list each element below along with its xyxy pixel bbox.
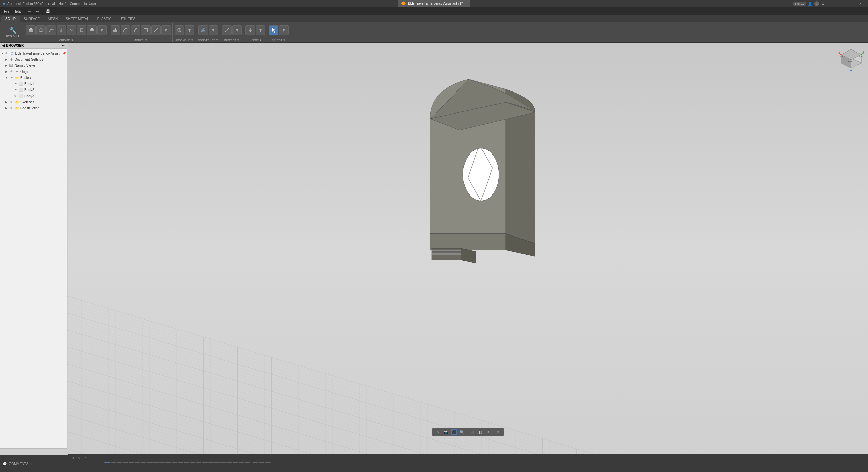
- tree-item-origin[interactable]: ▶ 👁 ✛ Origin: [0, 68, 67, 75]
- tree-item-root[interactable]: ▼ 👁 ⬡ BLE Travel Emergency Assist... 📌: [0, 50, 67, 56]
- title-bar-left: A Autodesk Fusion 360 (Personal – Not fo…: [3, 2, 96, 6]
- vpc-more[interactable]: ⚙: [495, 429, 501, 435]
- nav-forward[interactable]: ▷: [76, 455, 82, 461]
- toolbar-design-section: 🔧 DESIGN ▼: [3, 23, 24, 42]
- select-btn-more[interactable]: ▾: [279, 25, 289, 35]
- assemble-btn-more[interactable]: ▾: [185, 25, 194, 35]
- tree-item-sketches[interactable]: ▶ 👁 📁 Sketches: [0, 99, 67, 105]
- create-btn-extrude[interactable]: [26, 25, 36, 35]
- comments-add[interactable]: +: [31, 462, 33, 466]
- maximize-button[interactable]: □: [845, 0, 855, 7]
- create-btn-revolve[interactable]: [36, 25, 46, 35]
- modify-btn-scale[interactable]: [151, 25, 161, 35]
- tab-mesh[interactable]: MESH: [44, 16, 62, 22]
- eye-icon-sketches[interactable]: 👁: [9, 100, 14, 104]
- modify-btn-fillet[interactable]: [121, 25, 130, 35]
- tree-item-bodies[interactable]: ▼ 👁 📁 Bodies: [0, 75, 67, 81]
- eye-icon-body2[interactable]: 👁: [13, 87, 18, 92]
- tab-sheet-metal[interactable]: SHEET METAL: [62, 16, 93, 22]
- select-btn-select[interactable]: [269, 25, 278, 35]
- create-btn-loft[interactable]: [57, 25, 66, 35]
- svg-marker-34: [430, 233, 506, 250]
- modify-btn-shell[interactable]: [141, 25, 151, 35]
- vpc-nav-home[interactable]: ⌂: [434, 429, 441, 435]
- close-button[interactable]: ×: [855, 0, 865, 7]
- 3d-model: [395, 60, 557, 270]
- svg-rect-37: [432, 250, 461, 252]
- help-icon[interactable]: ?: [814, 1, 819, 6]
- construct-btn-more[interactable]: ▾: [209, 25, 218, 35]
- window-controls[interactable]: — □ ×: [835, 0, 865, 7]
- browser-settings-icon[interactable]: ⋯: [62, 44, 65, 47]
- minimize-button[interactable]: —: [835, 0, 845, 7]
- create-btn-sweep[interactable]: [46, 25, 56, 35]
- nav-back[interactable]: ◁: [69, 455, 75, 461]
- menu-undo[interactable]: ↩: [25, 9, 33, 14]
- toolbar-insert-section: ▾ INSERT ▼: [244, 23, 267, 42]
- tree-item-doc-settings[interactable]: ▶ ⚙ Document Settings: [0, 56, 67, 62]
- vpc-display-mode[interactable]: ⬛: [451, 429, 457, 435]
- inspect-btn-measure[interactable]: [222, 25, 232, 35]
- create-btn-hole[interactable]: [67, 25, 76, 35]
- body-icon-body3: ⬜: [19, 94, 23, 98]
- svg-marker-45: [850, 70, 852, 72]
- comments-icon: 💬: [3, 462, 7, 466]
- browser-collapse-icon[interactable]: ◀: [2, 44, 5, 47]
- assemble-btn-joint[interactable]: [175, 25, 184, 35]
- tree-item-body2[interactable]: ▶ 👁 ⬜ Body2: [0, 87, 67, 93]
- design-dropdown[interactable]: 🔧 DESIGN ▼: [4, 26, 22, 38]
- nav-bottom-bar: ◁ ▷ ⌂: [68, 454, 868, 462]
- menu-save[interactable]: 💾: [43, 9, 53, 14]
- vpc-environment[interactable]: ☀: [485, 429, 492, 435]
- modify-btn-more[interactable]: ▾: [161, 25, 171, 35]
- browser-title: BROWSER: [6, 44, 24, 47]
- tree-label-doc-settings: Document Settings: [15, 58, 43, 61]
- svg-rect-13: [144, 28, 147, 32]
- create-btn-thread[interactable]: [77, 25, 86, 35]
- eye-icon-bodies[interactable]: 👁: [9, 75, 14, 80]
- vpc-appearance[interactable]: ◧: [477, 429, 484, 435]
- menu-edit[interactable]: Edit: [12, 9, 23, 14]
- create-btn-box[interactable]: [87, 25, 97, 35]
- folder-icon-bodies: 📁: [15, 75, 19, 80]
- menu-redo[interactable]: ↪: [33, 9, 41, 14]
- menu-file[interactable]: File: [1, 9, 12, 14]
- eye-icon-root[interactable]: 👁: [4, 51, 9, 56]
- modify-btn-press-pull[interactable]: [111, 25, 120, 35]
- eye-icon-body1[interactable]: 👁: [13, 81, 18, 86]
- body-icon-body2: ⬜: [19, 87, 23, 92]
- viewcube[interactable]: TOP FRONT RIGHT: [837, 46, 865, 73]
- viewport: TOP FRONT RIGHT ⌂ 📷 ⬛ 🔍 ⊞ ◧ ☀ ⚙: [68, 43, 868, 455]
- user-icon[interactable]: 👤: [808, 2, 812, 6]
- settings-icon[interactable]: ⚙: [821, 2, 825, 6]
- eye-icon-body3[interactable]: 👁: [13, 94, 18, 98]
- create-btn-more[interactable]: ▾: [97, 25, 107, 35]
- vpc-camera[interactable]: 📷: [442, 429, 449, 435]
- eye-icon-construction[interactable]: 👁: [9, 106, 14, 110]
- svg-marker-21: [201, 28, 205, 30]
- tab-surface[interactable]: SURFACE: [20, 16, 44, 22]
- assemble-label: ASSEMBLE ▼: [175, 39, 193, 42]
- vpc-zoom[interactable]: 🔍: [459, 429, 466, 435]
- insert-btn-more[interactable]: ▾: [256, 25, 265, 35]
- viewport-controls[interactable]: ⌂ 📷 ⬛ 🔍 ⊞ ◧ ☀ ⚙: [432, 428, 504, 436]
- document-tab[interactable]: 🔶 BLE Travel Emergency Assistant v1* ×: [398, 0, 470, 7]
- modify-btn-chamfer[interactable]: [131, 25, 140, 35]
- insert-btn-insert[interactable]: [245, 25, 255, 35]
- tree-item-construction[interactable]: ▶ 👁 📁 Construction: [0, 105, 67, 111]
- tree-pin-icon[interactable]: 📌: [62, 52, 66, 55]
- inspect-btn-more[interactable]: ▾: [232, 25, 242, 35]
- doc-tab-close-button[interactable]: ×: [465, 2, 467, 5]
- eye-icon-origin[interactable]: 👁: [9, 69, 14, 74]
- origin-icon-tree: ✛: [15, 69, 19, 74]
- tree-item-named-views[interactable]: ▶ 🎞 Named Views: [0, 62, 67, 68]
- nav-home[interactable]: ⌂: [83, 455, 89, 461]
- construct-btn-plane[interactable]: [198, 25, 208, 35]
- tree-item-body3[interactable]: ▶ 👁 ⬜ Body3: [0, 93, 67, 99]
- tab-solid[interactable]: SOLID: [1, 16, 20, 22]
- svg-line-46: [839, 53, 841, 55]
- tree-item-body1[interactable]: ▶ 👁 ⬜ Body1: [0, 81, 67, 87]
- tab-utilities[interactable]: UTILITIES: [115, 16, 139, 22]
- vpc-grid[interactable]: ⊞: [469, 429, 475, 435]
- tab-plastic[interactable]: PLASTIC: [93, 16, 116, 22]
